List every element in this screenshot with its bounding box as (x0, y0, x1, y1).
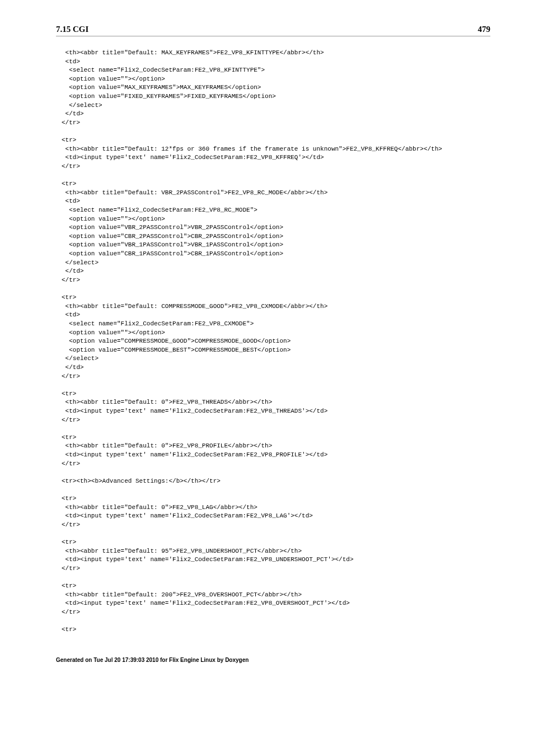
page: 7.15 CGI 479 <th><abbr title="Default: M… (0, 0, 534, 688)
header-section: 7.15 CGI (56, 25, 88, 34)
page-footer: Generated on Tue Jul 20 17:39:03 2010 fo… (56, 657, 490, 663)
header-page-number: 479 (478, 25, 491, 34)
page-header: 7.15 CGI 479 (56, 25, 490, 36)
code-listing: <th><abbr title="Default: MAX_KEYFRAMES"… (56, 49, 490, 634)
